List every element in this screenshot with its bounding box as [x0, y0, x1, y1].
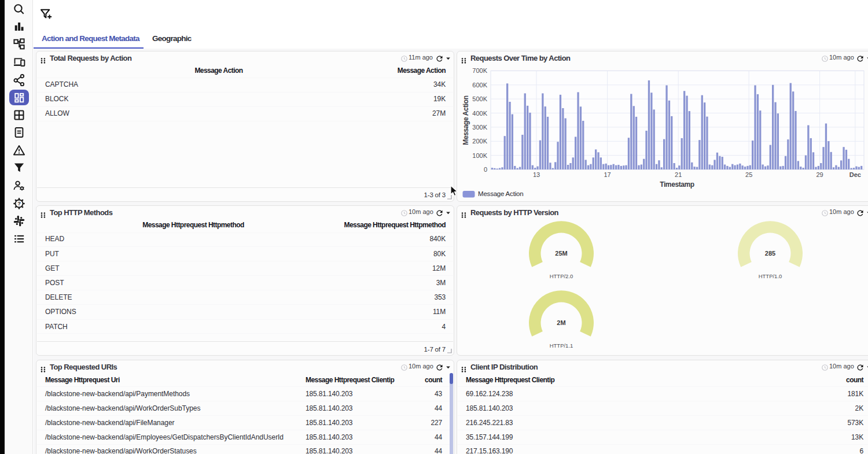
svg-text:29: 29 — [816, 171, 823, 178]
svg-text:700K: 700K — [472, 67, 487, 74]
svg-text:Message Action: Message Action — [462, 95, 470, 145]
svg-text:300K: 300K — [472, 124, 487, 131]
svg-text:285: 285 — [765, 250, 775, 257]
svg-text:200K: 200K — [472, 138, 487, 145]
svg-text:0: 0 — [484, 166, 487, 173]
svg-text:HTTP/1.1: HTTP/1.1 — [550, 342, 573, 349]
svg-text:HTTP/2.0: HTTP/2.0 — [550, 273, 573, 279]
svg-text:600K: 600K — [472, 82, 487, 88]
svg-text:Dec: Dec — [849, 171, 861, 178]
svg-text:Timestamp: Timestamp — [660, 180, 694, 189]
svg-text:?: ? — [17, 201, 21, 206]
svg-text:17: 17 — [604, 171, 610, 178]
svg-text:Message Action: Message Action — [478, 190, 523, 197]
svg-text:HTTP/1.0: HTTP/1.0 — [759, 273, 782, 279]
svg-text:21: 21 — [675, 171, 682, 178]
svg-text:100K: 100K — [472, 152, 487, 159]
svg-text:25: 25 — [745, 171, 752, 178]
svg-text:500K: 500K — [472, 95, 487, 102]
svg-text:400K: 400K — [472, 110, 487, 117]
svg-text:2M: 2M — [557, 319, 565, 326]
svg-text:13: 13 — [533, 171, 540, 178]
svg-text:25M: 25M — [555, 250, 567, 257]
